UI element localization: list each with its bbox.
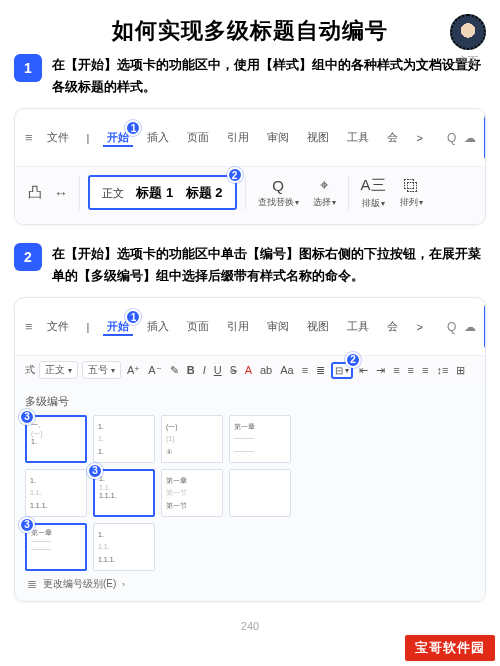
align-left-icon[interactable]: ≡ [391,364,401,376]
more-icon[interactable]: > [412,319,426,335]
ml-item[interactable]: 第一章 第一节 第一节 [161,469,223,517]
format-label: 式 [25,363,35,377]
ml-item[interactable]: 第一章 ──── ──── [229,415,291,463]
ml-item[interactable]: (一) (1) ① [161,415,223,463]
tab-member[interactable]: 会 [383,317,402,336]
callout-2a: 2 [227,167,243,183]
style-h2[interactable]: 标题 2 [182,183,227,202]
page-title: 如何实现多级标题自动编号 [14,16,486,46]
page-header: 如何实现多级标题自动编号 主页 [14,16,486,46]
tab-view[interactable]: 视图 [303,317,333,336]
step-badge-2: 2 [14,243,42,271]
profile-block[interactable]: 主页 [450,14,486,68]
ml-item[interactable]: 1. 1. 1. [93,415,155,463]
indent-inc-icon[interactable]: ⇥ [374,364,387,377]
tab-view[interactable]: 视图 [303,128,333,147]
tab-insert[interactable]: 插入 [143,128,173,147]
more-icon[interactable]: > [412,130,426,146]
ml-item[interactable]: 3 1. 1.1. 1.1.1. [93,469,155,517]
line-spacing-icon[interactable]: ↕≡ [434,364,450,376]
multilevel-panel: 多级编号 3 一、 (一) 1. 1. 1. 1. (一) [15,384,485,601]
tab-file[interactable]: 文件 [43,317,73,336]
step-badge-1: 1 [14,54,42,82]
tab-ref[interactable]: 引用 [223,128,253,147]
search-icon[interactable]: Q [447,131,456,145]
font-select[interactable]: 正文▾ [39,361,78,379]
italic-icon[interactable]: I [201,364,208,376]
ribbon-screenshot-2: ≡ 文件 | 开始 1 插入 页面 引用 审阅 视图 工具 会 > Q ☁ [14,297,486,602]
ml-grid: 3 一、 (一) 1. 1. 1. 1. (一) (1) ① [25,415,475,571]
tab-sep: | [83,130,94,146]
tabbar: ≡ 文件 | 开始 1 插入 页面 引用 审阅 视图 工具 会 > Q ☁ [15,109,485,167]
menu-icon[interactable]: ≡ [25,130,33,145]
tool-spacing[interactable]: ↔ [51,185,71,201]
tab-member[interactable]: 会 [383,128,402,147]
font-color-icon[interactable]: A [243,364,254,376]
cloud-icon[interactable]: ☁ [464,320,476,334]
highlight-icon[interactable]: ab [258,364,274,376]
tabbar-2: ≡ 文件 | 开始 1 插入 页面 引用 审阅 视图 工具 会 > Q ☁ [15,298,485,356]
share-button[interactable]: ⤴ 分享 [484,115,486,160]
tab-tools[interactable]: 工具 [343,317,373,336]
ml-item[interactable] [229,469,291,517]
numbering-icon[interactable]: ≣ [314,364,327,377]
tab-ref[interactable]: 引用 [223,317,253,336]
find-replace[interactable]: Q 查找替换▾ [254,177,303,209]
profile-label[interactable]: 主页 [458,54,478,68]
share-button[interactable]: ⤴ 分享 [484,304,486,349]
list-icon: ≣ [27,577,37,591]
tab-page[interactable]: 页面 [183,128,213,147]
tab-page[interactable]: 页面 [183,317,213,336]
tab-review[interactable]: 审阅 [263,317,293,336]
underline-icon[interactable]: U [212,364,224,376]
size-select[interactable]: 五号▾ [82,361,121,379]
ribbon-screenshot-1: ≡ 文件 | 开始 1 插入 页面 引用 审阅 视图 工具 会 > Q ☁ [14,108,486,225]
callout-1a: 1 [125,120,141,136]
page-number: 240 [14,620,486,632]
ml-panel-title: 多级编号 [25,394,475,409]
callout-2b: 2 [345,352,361,368]
step-text-1: 在【开始】选项卡的功能区中，使用【样式】组中的各种样式为文档设置好各级标题的样式… [52,54,486,98]
bullets-icon[interactable]: ≡ [300,364,310,376]
align-center-icon[interactable]: ≡ [406,364,416,376]
ml-item[interactable]: 3 第一章 ──── ──── [25,523,87,571]
watermark: 宝哥软件园 [404,634,496,662]
tab-file[interactable]: 文件 [43,128,73,147]
ml-item[interactable]: 1. 1.1. 1.1.1. [93,523,155,571]
tab-tools[interactable]: 工具 [343,128,373,147]
style-normal[interactable]: 正文 [98,185,128,201]
ribbon1-tools: 凸 ↔ 正文 标题 1 标题 2 2 Q 查找替换▾ ⌖ 选择▾ [15,167,485,224]
format-painter[interactable]: 凸 [25,184,45,202]
step-1: 1 在【开始】选项卡的功能区中，使用【样式】组中的各种样式为文档设置好各级标题的… [14,54,486,225]
tab-review[interactable]: 审阅 [263,128,293,147]
menu-icon[interactable]: ≡ [25,319,33,334]
ml-item[interactable]: 1. 1.1. 1.1.1. [25,469,87,517]
avatar[interactable] [450,14,486,50]
step-2: 2 在【开始】选项卡的功能区中单击【编号】图标右侧的下拉按钮，在展开菜单的【多级… [14,243,486,602]
select[interactable]: ⌖ 选择▾ [309,176,340,209]
step-text-2: 在【开始】选项卡的功能区中单击【编号】图标右侧的下拉按钮，在展开菜单的【多级编号… [52,243,486,287]
borders-icon[interactable]: ⊞ [454,364,467,377]
ml-footer[interactable]: ≣ 更改编号级别(E) › [25,577,475,591]
chevron-right-icon: › [122,580,125,589]
callout-1b: 1 [125,309,141,325]
align-right-icon[interactable]: ≡ [420,364,430,376]
arrange[interactable]: ⿻ 排列▾ [396,177,427,209]
strike-icon[interactable]: S̶ [228,364,239,377]
style-h1[interactable]: 标题 1 [132,183,177,202]
ribbon2-toolbar: 式 正文▾ 五号▾ A⁺ A⁻ ✎ B I U S̶ A ab Aa ≡ ≣ ⊟… [15,356,485,384]
font-grow-icon[interactable]: A⁺ [125,364,142,377]
layout[interactable]: A三 排版▾ [357,176,390,210]
search-icon[interactable]: Q [447,320,456,334]
indent-dec-icon[interactable]: ⇤ [357,364,370,377]
case-icon[interactable]: Aa [278,364,295,376]
cloud-icon[interactable]: ☁ [464,131,476,145]
ml-item[interactable]: 3 一、 (一) 1. [25,415,87,463]
clear-format-icon[interactable]: ✎ [168,364,181,377]
styles-gallery[interactable]: 正文 标题 1 标题 2 2 [88,175,237,210]
tab-insert[interactable]: 插入 [143,317,173,336]
font-shrink-icon[interactable]: A⁻ [146,364,163,377]
bold-icon[interactable]: B [185,364,197,376]
